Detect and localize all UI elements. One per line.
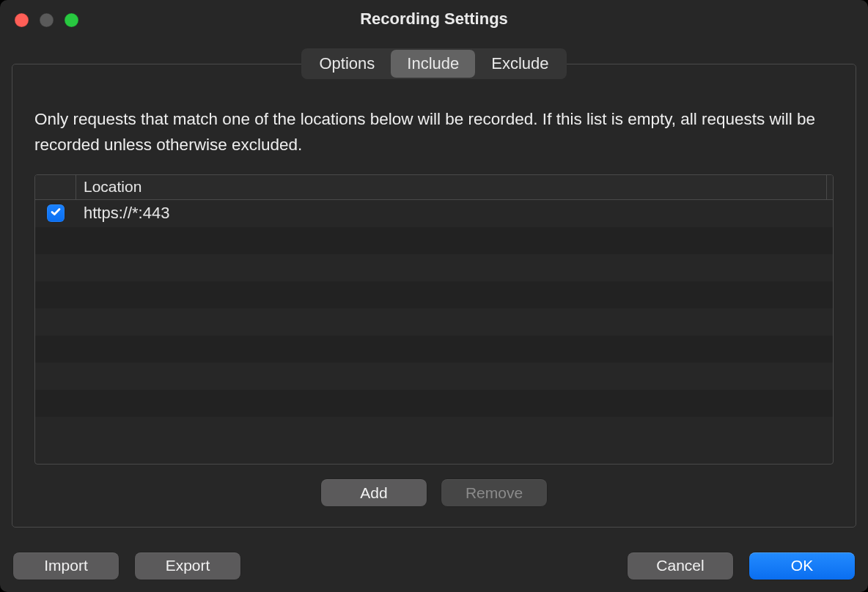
add-button[interactable]: Add [321, 479, 427, 506]
panel-buttons: Add Remove [34, 465, 834, 506]
panel-description: Only requests that match one of the loca… [34, 107, 834, 158]
column-header-spacer [827, 175, 833, 199]
table-row-empty [35, 390, 833, 417]
footer-left: Import Export [13, 552, 240, 580]
zoom-window-button[interactable] [65, 13, 78, 27]
ok-button[interactable]: OK [749, 552, 855, 580]
window-title: Recording Settings [0, 10, 868, 29]
row-location-cell: https://*:443 [76, 204, 833, 223]
table-row-empty [35, 336, 833, 363]
cancel-button[interactable]: Cancel [628, 552, 733, 580]
table-header: Location [35, 175, 833, 200]
dialog-footer: Import Export Cancel OK [0, 539, 868, 592]
tab-exclude[interactable]: Exclude [475, 50, 564, 78]
remove-button: Remove [441, 479, 547, 506]
titlebar: Recording Settings [0, 0, 868, 38]
row-enabled-cell [35, 204, 76, 222]
tab-bar: Options Include Exclude [12, 48, 856, 79]
dialog-content: Options Include Exclude Only requests th… [0, 38, 868, 539]
table-row-empty [35, 281, 833, 308]
column-header-location[interactable]: Location [76, 175, 827, 199]
table-row-empty [35, 363, 833, 390]
locations-table: Location https://*:443 [34, 174, 834, 465]
footer-right: Cancel OK [628, 552, 855, 580]
export-button[interactable]: Export [135, 552, 240, 580]
tab-options[interactable]: Options [303, 50, 391, 78]
close-window-button[interactable] [15, 13, 29, 27]
minimize-window-button[interactable] [40, 13, 54, 27]
row-enabled-checkbox[interactable] [47, 204, 65, 222]
table-row-empty [35, 227, 833, 254]
window-controls [15, 13, 78, 27]
include-panel: Only requests that match one of the loca… [12, 64, 856, 528]
recording-settings-window: Recording Settings Options Include Exclu… [0, 0, 868, 592]
column-header-enabled[interactable] [35, 175, 76, 199]
import-button[interactable]: Import [13, 552, 119, 580]
table-row-empty [35, 308, 833, 336]
check-icon [50, 206, 62, 221]
table-row-empty [35, 254, 833, 281]
segmented-tabs: Options Include Exclude [301, 48, 566, 79]
table-row[interactable]: https://*:443 [35, 200, 833, 227]
table-body: https://*:443 [35, 200, 833, 464]
tab-include[interactable]: Include [391, 50, 475, 78]
